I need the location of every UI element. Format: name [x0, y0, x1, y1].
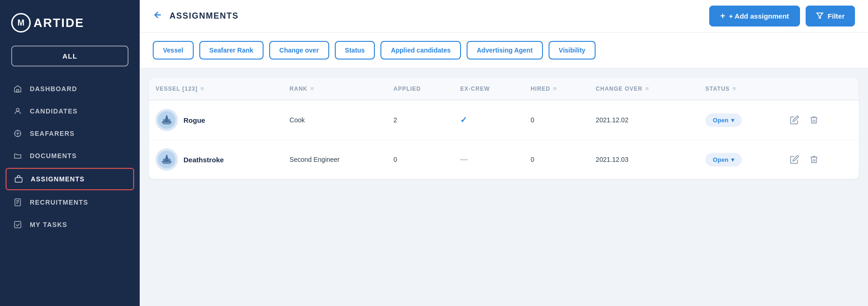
sidebar-item-label-documents: DOCUMENTS	[30, 152, 77, 160]
vessel-cell-rogue: Rogue	[149, 100, 283, 140]
table-body: Rogue Cook 2 ✓ 0 2021.12.02	[149, 100, 859, 179]
vessel-cell-deathstroke: Deathstroke	[149, 140, 283, 180]
svg-rect-6	[14, 221, 21, 228]
logo-icon: M	[11, 13, 31, 33]
ex-crew-cell-rogue: ✓	[454, 100, 524, 140]
th-applied: APPLIED	[387, 78, 454, 100]
compass-icon	[13, 129, 22, 138]
status-badge-deathstroke[interactable]: Open ▾	[705, 153, 742, 166]
vessel-avatar-deathstroke	[156, 148, 178, 171]
sidebar-item-label-assignments: ASSIGNMENTS	[31, 175, 85, 183]
sidebar-item-dashboard[interactable]: DASHBOARD	[0, 78, 140, 100]
chevron-down-icon: ▾	[731, 156, 734, 163]
edit-button-deathstroke[interactable]	[787, 152, 802, 167]
th-rank: RANK ≡	[283, 78, 387, 100]
person-icon	[13, 106, 22, 116]
svg-rect-12	[166, 116, 167, 119]
status-cell-rogue: Open ▾	[699, 100, 780, 140]
header: ASSIGNMENTS + + Add assignment Filter	[140, 0, 868, 33]
sidebar-item-recruitments[interactable]: RECRUITMENTS	[0, 191, 140, 213]
header-left: ASSIGNMENTS	[153, 10, 239, 22]
filter-status[interactable]: Status	[335, 41, 375, 60]
filter-vessel[interactable]: Vessel	[153, 41, 194, 60]
actions-cell-deathstroke	[780, 140, 859, 180]
filter-bar: Vessel Seafarer Rank Change over Status …	[140, 33, 868, 68]
change-over-filter-icon[interactable]: ≡	[645, 85, 650, 92]
all-button[interactable]: ALL	[11, 46, 129, 67]
vessel-avatar-rogue	[156, 109, 178, 131]
filter-applied-candidates[interactable]: Applied candidates	[380, 41, 461, 60]
status-badge-rogue[interactable]: Open ▾	[705, 113, 742, 127]
chevron-down-icon: ▾	[731, 117, 734, 124]
page-title: ASSIGNMENTS	[170, 11, 239, 21]
check-icon: ✓	[460, 115, 467, 125]
sidebar-item-seafarers[interactable]: SEAFARERS	[0, 122, 140, 145]
filter-icon	[816, 12, 824, 21]
folder-icon	[13, 151, 22, 160]
check-square-icon	[13, 220, 22, 229]
main-content: ASSIGNMENTS + + Add assignment Filter Ve…	[140, 0, 868, 306]
rank-cell-rogue: Cook	[283, 100, 387, 140]
applied-cell-rogue: 2	[387, 100, 454, 140]
hired-filter-icon[interactable]: ≡	[553, 85, 557, 92]
plus-icon: +	[720, 11, 726, 21]
change-over-cell-rogue: 2021.12.02	[589, 100, 699, 140]
table-header: VESSEL [123] ≡ RANK ≡ APPLIED	[149, 78, 859, 100]
delete-button-rogue[interactable]	[807, 113, 821, 127]
rank-cell-deathstroke: Second Engineer	[283, 140, 387, 180]
logo: M ARTIDE	[0, 0, 140, 42]
rank-filter-icon[interactable]: ≡	[311, 85, 315, 92]
svg-rect-17	[166, 155, 167, 158]
header-actions: + + Add assignment Filter	[709, 6, 855, 27]
th-vessel: VESSEL [123] ≡	[149, 78, 283, 100]
delete-button-deathstroke[interactable]	[807, 152, 821, 167]
add-assignment-button[interactable]: + + Add assignment	[709, 6, 800, 27]
vessel-name-deathstroke: Deathstroke	[183, 156, 224, 164]
sidebar-item-label-my-tasks: MY TASKS	[30, 221, 68, 228]
nav-menu: DASHBOARD CANDIDATES SEAFARERS DOCUMENTS	[0, 78, 140, 236]
assignments-table-container: VESSEL [123] ≡ RANK ≡ APPLIED	[149, 78, 859, 179]
table-area: VESSEL [123] ≡ RANK ≡ APPLIED	[140, 68, 868, 306]
filter-seafarer-rank[interactable]: Seafarer Rank	[199, 41, 264, 60]
applied-cell-deathstroke: 0	[387, 140, 454, 180]
sidebar: M ARTIDE ALL DASHBOARD CANDIDATES SEAFAR…	[0, 0, 140, 306]
edit-button-rogue[interactable]	[787, 113, 802, 127]
dash-icon: —	[460, 155, 468, 163]
status-cell-deathstroke: Open ▾	[699, 140, 780, 180]
th-actions	[780, 78, 859, 100]
table-row: Rogue Cook 2 ✓ 0 2021.12.02	[149, 100, 859, 140]
sidebar-item-label-seafarers: SEAFARERS	[30, 130, 75, 137]
th-ex-crew: EX-CREW	[454, 78, 524, 100]
filter-change-over[interactable]: Change over	[269, 41, 329, 60]
th-hired: HIRED ≡	[524, 78, 589, 100]
hired-cell-rogue: 0	[524, 100, 589, 140]
house-icon	[13, 84, 22, 93]
th-change-over: CHANGE OVER ≡	[589, 78, 699, 100]
sidebar-item-label-candidates: CANDIDATES	[30, 107, 78, 115]
sidebar-item-label-dashboard: DASHBOARD	[30, 85, 77, 93]
table-row: Deathstroke Second Engineer 0 — 0 2021.1…	[149, 140, 859, 180]
vessel-filter-icon[interactable]: ≡	[200, 85, 204, 92]
sidebar-item-my-tasks[interactable]: MY TASKS	[0, 213, 140, 236]
file-icon	[13, 198, 22, 207]
svg-point-3	[17, 133, 19, 134]
filter-visibility[interactable]: Visibility	[549, 41, 596, 60]
ex-crew-cell-deathstroke: —	[454, 140, 524, 180]
sidebar-item-assignments[interactable]: ASSIGNMENTS	[6, 168, 134, 190]
status-filter-icon[interactable]: ≡	[732, 85, 737, 92]
vessel-name-rogue: Rogue	[183, 116, 205, 124]
sidebar-item-documents[interactable]: DOCUMENTS	[0, 145, 140, 167]
sidebar-item-candidates[interactable]: CANDIDATES	[0, 100, 140, 122]
th-status: STATUS ≡	[699, 78, 780, 100]
filter-advertising-agent[interactable]: Advertising Agent	[467, 41, 543, 60]
svg-rect-4	[15, 178, 22, 182]
sidebar-item-label-recruitments: RECRUITMENTS	[30, 199, 88, 206]
actions-cell-rogue	[780, 100, 859, 140]
back-button[interactable]	[153, 10, 163, 22]
hired-cell-deathstroke: 0	[524, 140, 589, 180]
svg-rect-0	[17, 90, 19, 92]
svg-marker-7	[817, 13, 823, 18]
filter-button[interactable]: Filter	[806, 6, 855, 27]
all-button-container: ALL	[0, 42, 140, 74]
logo-name: ARTIDE	[34, 16, 84, 30]
